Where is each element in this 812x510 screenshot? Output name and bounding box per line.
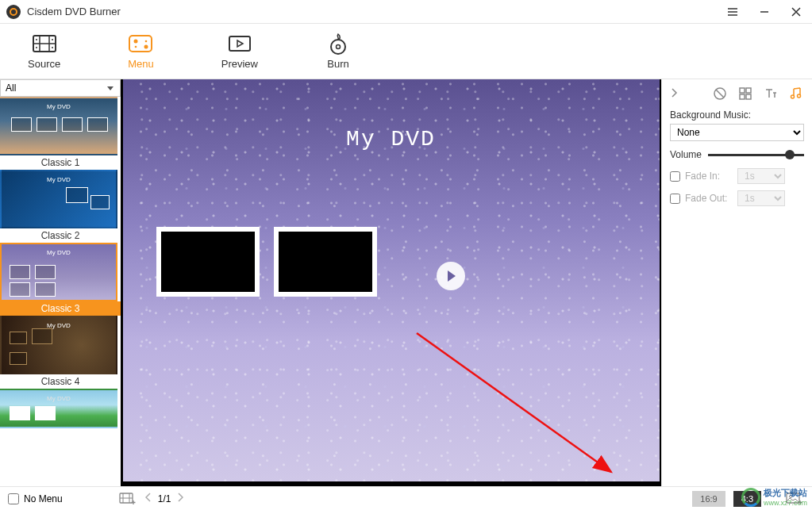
svg-point-2 xyxy=(36,47,37,48)
menu-icon xyxy=(128,33,153,55)
fade-out-label: Fade Out: xyxy=(685,193,733,204)
template-label: Classic 1 xyxy=(0,155,121,170)
fade-out-select[interactable]: 1s xyxy=(737,190,785,206)
category-select[interactable]: All xyxy=(0,79,121,97)
main-toolbar: Source Menu Preview Burn xyxy=(0,24,812,79)
svg-rect-5 xyxy=(129,36,152,52)
app-title: Cisdem DVD Burner xyxy=(27,6,121,17)
svg-point-1 xyxy=(36,39,37,40)
properties-panel: Background Music: None Volume Fade In: 1… xyxy=(661,79,812,486)
svg-rect-18 xyxy=(746,94,751,99)
page-next-button[interactable] xyxy=(177,493,183,504)
menu-preview-canvas[interactable]: My DVD xyxy=(123,79,660,481)
template-list[interactable]: My DVD Classic 1 My DVD Classic 2 xyxy=(0,97,121,486)
svg-point-3 xyxy=(52,39,53,40)
svg-point-12 xyxy=(336,45,340,49)
panel-tab-background[interactable] xyxy=(712,86,728,102)
panel-tab-music[interactable] xyxy=(788,86,804,102)
tab-preview-label: Preview xyxy=(221,58,258,70)
menu-frame-1[interactable] xyxy=(156,227,260,297)
tab-menu[interactable]: Menu xyxy=(128,33,154,70)
svg-point-7 xyxy=(145,40,148,43)
add-video-button[interactable] xyxy=(118,491,137,507)
no-menu-toggle[interactable]: No Menu xyxy=(8,493,63,504)
volume-label: Volume xyxy=(670,149,702,160)
panel-tab-layout[interactable] xyxy=(737,86,753,102)
template-item-classic-2[interactable]: My DVD Classic 2 xyxy=(0,170,121,243)
page-indicator: 1/1 xyxy=(158,493,171,504)
minimize-button[interactable] xyxy=(755,2,774,21)
template-item-5[interactable]: My DVD xyxy=(0,389,121,428)
svg-rect-16 xyxy=(746,88,751,93)
panel-tab-text[interactable] xyxy=(763,86,779,102)
category-select-value: All xyxy=(6,82,16,94)
fade-in-checkbox[interactable] xyxy=(670,171,680,182)
panel-collapse-button[interactable] xyxy=(670,87,678,101)
no-menu-checkbox[interactable] xyxy=(8,493,19,504)
template-item-classic-1[interactable]: My DVD Classic 1 xyxy=(0,97,121,170)
burn-icon xyxy=(325,33,351,55)
svg-point-19 xyxy=(791,95,795,98)
svg-point-4 xyxy=(52,47,53,48)
svg-point-11 xyxy=(331,40,345,54)
hamburger-menu-button[interactable] xyxy=(723,2,742,21)
template-label: Classic 2 xyxy=(0,228,121,243)
tab-source-label: Source xyxy=(28,58,60,70)
page-prev-button[interactable] xyxy=(145,493,152,504)
template-label: Classic 3 xyxy=(0,301,121,316)
fade-in-select[interactable]: 1s xyxy=(737,168,785,184)
aspect-ratio-16-9[interactable]: 16:9 xyxy=(692,491,725,507)
play-button[interactable] xyxy=(437,262,465,290)
svg-rect-17 xyxy=(740,94,745,99)
source-icon xyxy=(32,33,57,55)
app-logo xyxy=(6,5,21,19)
svg-point-6 xyxy=(134,40,138,44)
fade-out-checkbox[interactable] xyxy=(670,194,680,204)
tab-burn-label: Burn xyxy=(327,58,348,70)
bg-music-label: Background Music: xyxy=(670,109,804,121)
volume-slider[interactable] xyxy=(708,154,804,156)
tab-menu-label: Menu xyxy=(128,58,154,70)
menu-frame-2[interactable] xyxy=(274,227,377,297)
svg-point-20 xyxy=(798,94,801,98)
watermark: 极光下载站 www.xz7.com xyxy=(741,487,807,507)
dvd-menu-title[interactable]: My DVD xyxy=(123,127,660,151)
svg-rect-10 xyxy=(229,36,250,51)
no-menu-label: No Menu xyxy=(24,493,63,504)
page-navigator: 1/1 xyxy=(145,493,184,504)
bg-music-select[interactable]: None xyxy=(670,124,804,141)
template-label: Classic 4 xyxy=(0,374,121,389)
template-item-classic-3[interactable]: My DVD Classic 3 xyxy=(0,243,121,316)
fade-in-label: Fade In: xyxy=(685,171,733,182)
close-button[interactable] xyxy=(787,2,806,21)
tab-source[interactable]: Source xyxy=(28,33,60,70)
titlebar: Cisdem DVD Burner xyxy=(0,0,812,24)
svg-point-8 xyxy=(135,46,137,48)
template-sidebar: All My DVD Classic 1 My DVD Cla xyxy=(0,79,121,486)
svg-rect-15 xyxy=(740,88,745,93)
template-item-classic-4[interactable]: My DVD Classic 4 xyxy=(0,316,121,389)
preview-icon xyxy=(227,33,252,55)
svg-point-9 xyxy=(144,45,148,49)
preview-area: My DVD xyxy=(121,79,661,486)
bottom-bar: No Menu 1/1 16:9 4:3 xyxy=(0,486,812,510)
tab-preview[interactable]: Preview xyxy=(221,33,258,70)
tab-burn[interactable]: Burn xyxy=(325,33,351,70)
